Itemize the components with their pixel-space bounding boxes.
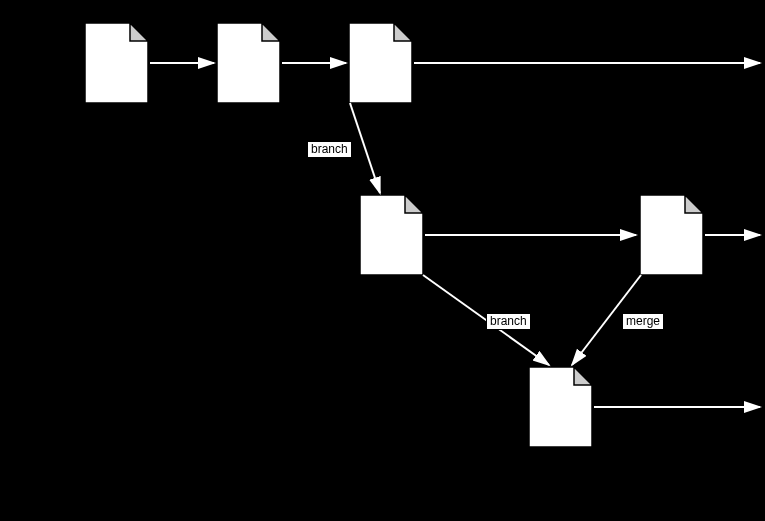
file-icon: [529, 367, 592, 447]
branch-arrow: [350, 103, 380, 193]
file-icon: [640, 195, 703, 275]
file-icon: [217, 23, 280, 103]
file-icon: [85, 23, 148, 103]
file-icon: [349, 23, 412, 103]
branch-label: branch: [486, 313, 531, 330]
file-icon: [360, 195, 423, 275]
diagram-canvas: [0, 0, 765, 521]
branch-label: branch: [307, 141, 352, 158]
merge-label: merge: [622, 313, 664, 330]
